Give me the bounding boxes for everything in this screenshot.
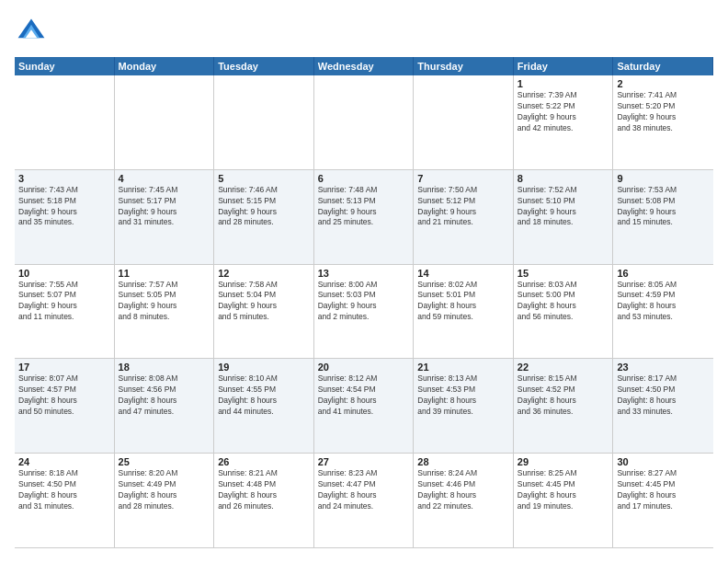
cal-cell: 6Sunrise: 7:48 AM Sunset: 5:13 PM Daylig…	[314, 170, 415, 264]
day-info: Sunrise: 7:57 AM Sunset: 5:05 PM Dayligh…	[119, 280, 210, 324]
day-number: 24	[18, 456, 110, 467]
day-number: 28	[417, 456, 509, 467]
cal-cell: 28Sunrise: 8:24 AM Sunset: 4:46 PM Dayli…	[414, 454, 514, 547]
cal-cell	[314, 75, 415, 169]
cal-cell: 18Sunrise: 8:08 AM Sunset: 4:56 PM Dayli…	[115, 359, 215, 453]
day-number: 16	[617, 268, 710, 279]
cal-cell	[15, 75, 115, 169]
day-info: Sunrise: 8:25 AM Sunset: 4:45 PM Dayligh…	[518, 468, 609, 512]
day-info: Sunrise: 7:39 AM Sunset: 5:22 PM Dayligh…	[518, 90, 609, 134]
day-info: Sunrise: 8:13 AM Sunset: 4:53 PM Dayligh…	[417, 373, 509, 418]
day-number: 19	[218, 362, 310, 373]
cal-cell: 19Sunrise: 8:10 AM Sunset: 4:55 PM Dayli…	[214, 359, 314, 453]
cal-cell: 17Sunrise: 8:07 AM Sunset: 4:57 PM Dayli…	[15, 359, 115, 453]
day-number: 14	[417, 268, 509, 279]
day-number: 7	[417, 173, 509, 184]
day-info: Sunrise: 8:02 AM Sunset: 5:01 PM Dayligh…	[417, 280, 509, 324]
cal-cell	[115, 75, 215, 169]
day-info: Sunrise: 8:18 AM Sunset: 4:50 PM Dayligh…	[18, 468, 110, 512]
cal-cell: 9Sunrise: 7:53 AM Sunset: 5:08 PM Daylig…	[613, 170, 713, 264]
cal-cell: 13Sunrise: 8:00 AM Sunset: 5:03 PM Dayli…	[314, 265, 415, 359]
day-info: Sunrise: 7:46 AM Sunset: 5:15 PM Dayligh…	[218, 185, 310, 229]
day-number: 4	[119, 173, 210, 184]
day-number: 11	[119, 268, 210, 279]
day-number: 3	[18, 173, 110, 184]
day-number: 9	[617, 173, 710, 184]
cal-header-cell-friday: Friday	[514, 57, 614, 75]
day-number: 6	[318, 173, 410, 184]
day-number: 13	[318, 268, 410, 279]
cal-header-cell-tuesday: Tuesday	[214, 57, 314, 75]
day-info: Sunrise: 7:45 AM Sunset: 5:17 PM Dayligh…	[119, 185, 210, 229]
cal-cell: 8Sunrise: 7:52 AM Sunset: 5:10 PM Daylig…	[514, 170, 614, 264]
day-info: Sunrise: 8:07 AM Sunset: 4:57 PM Dayligh…	[18, 373, 110, 418]
day-info: Sunrise: 7:58 AM Sunset: 5:04 PM Dayligh…	[218, 280, 310, 324]
day-info: Sunrise: 8:20 AM Sunset: 4:49 PM Dayligh…	[119, 468, 210, 512]
day-number: 18	[119, 362, 210, 373]
cal-cell: 5Sunrise: 7:46 AM Sunset: 5:15 PM Daylig…	[214, 170, 314, 264]
day-info: Sunrise: 8:12 AM Sunset: 4:54 PM Dayligh…	[318, 373, 410, 418]
day-number: 2	[617, 78, 710, 89]
cal-cell: 29Sunrise: 8:25 AM Sunset: 4:45 PM Dayli…	[514, 454, 614, 547]
day-number: 8	[518, 173, 609, 184]
cal-cell: 21Sunrise: 8:13 AM Sunset: 4:53 PM Dayli…	[414, 359, 514, 453]
cal-header-cell-saturday: Saturday	[613, 57, 713, 75]
cal-cell: 11Sunrise: 7:57 AM Sunset: 5:05 PM Dayli…	[115, 265, 215, 359]
cal-cell: 30Sunrise: 8:27 AM Sunset: 4:45 PM Dayli…	[613, 454, 713, 547]
day-number: 17	[18, 362, 110, 373]
cal-cell: 14Sunrise: 8:02 AM Sunset: 5:01 PM Dayli…	[414, 265, 514, 359]
day-number: 15	[518, 268, 609, 279]
calendar-row-4: 24Sunrise: 8:18 AM Sunset: 4:50 PM Dayli…	[15, 454, 713, 548]
cal-cell: 10Sunrise: 7:55 AM Sunset: 5:07 PM Dayli…	[15, 265, 115, 359]
cal-cell: 26Sunrise: 8:21 AM Sunset: 4:48 PM Dayli…	[214, 454, 314, 547]
cal-cell: 20Sunrise: 8:12 AM Sunset: 4:54 PM Dayli…	[314, 359, 415, 453]
cal-cell: 25Sunrise: 8:20 AM Sunset: 4:49 PM Dayli…	[115, 454, 215, 547]
day-number: 29	[518, 456, 609, 467]
header	[15, 15, 713, 48]
day-number: 30	[617, 456, 710, 467]
cal-cell: 1Sunrise: 7:39 AM Sunset: 5:22 PM Daylig…	[514, 75, 614, 169]
day-info: Sunrise: 8:23 AM Sunset: 4:47 PM Dayligh…	[318, 468, 410, 512]
day-number: 23	[617, 362, 710, 373]
calendar-header: SundayMondayTuesdayWednesdayThursdayFrid…	[15, 57, 713, 75]
cal-cell: 22Sunrise: 8:15 AM Sunset: 4:52 PM Dayli…	[514, 359, 614, 453]
day-info: Sunrise: 7:41 AM Sunset: 5:20 PM Dayligh…	[617, 90, 710, 134]
cal-cell: 7Sunrise: 7:50 AM Sunset: 5:12 PM Daylig…	[414, 170, 514, 264]
day-number: 25	[119, 456, 210, 467]
cal-cell: 12Sunrise: 7:58 AM Sunset: 5:04 PM Dayli…	[214, 265, 314, 359]
day-info: Sunrise: 7:50 AM Sunset: 5:12 PM Dayligh…	[417, 185, 509, 229]
calendar-body: 1Sunrise: 7:39 AM Sunset: 5:22 PM Daylig…	[15, 75, 713, 548]
day-number: 12	[218, 268, 310, 279]
logo-icon	[15, 15, 48, 48]
cal-cell	[414, 75, 514, 169]
cal-cell: 2Sunrise: 7:41 AM Sunset: 5:20 PM Daylig…	[613, 75, 713, 169]
calendar-row-2: 10Sunrise: 7:55 AM Sunset: 5:07 PM Dayli…	[15, 265, 713, 360]
day-info: Sunrise: 8:08 AM Sunset: 4:56 PM Dayligh…	[119, 373, 210, 418]
day-info: Sunrise: 7:48 AM Sunset: 5:13 PM Dayligh…	[318, 185, 410, 229]
cal-cell: 27Sunrise: 8:23 AM Sunset: 4:47 PM Dayli…	[314, 454, 415, 547]
cal-cell: 15Sunrise: 8:03 AM Sunset: 5:00 PM Dayli…	[514, 265, 614, 359]
calendar-row-3: 17Sunrise: 8:07 AM Sunset: 4:57 PM Dayli…	[15, 359, 713, 454]
cal-cell: 4Sunrise: 7:45 AM Sunset: 5:17 PM Daylig…	[115, 170, 215, 264]
day-info: Sunrise: 8:00 AM Sunset: 5:03 PM Dayligh…	[318, 280, 410, 324]
calendar-row-0: 1Sunrise: 7:39 AM Sunset: 5:22 PM Daylig…	[15, 75, 713, 170]
day-info: Sunrise: 8:10 AM Sunset: 4:55 PM Dayligh…	[218, 373, 310, 418]
day-info: Sunrise: 8:27 AM Sunset: 4:45 PM Dayligh…	[617, 468, 710, 512]
cal-header-cell-wednesday: Wednesday	[314, 57, 415, 75]
cal-cell	[214, 75, 314, 169]
day-number: 21	[417, 362, 509, 373]
cal-header-cell-monday: Monday	[115, 57, 215, 75]
day-info: Sunrise: 7:55 AM Sunset: 5:07 PM Dayligh…	[18, 280, 110, 324]
day-info: Sunrise: 8:05 AM Sunset: 4:59 PM Dayligh…	[617, 280, 710, 324]
cal-cell: 24Sunrise: 8:18 AM Sunset: 4:50 PM Dayli…	[15, 454, 115, 547]
cal-header-cell-thursday: Thursday	[414, 57, 514, 75]
day-number: 27	[318, 456, 410, 467]
day-info: Sunrise: 8:24 AM Sunset: 4:46 PM Dayligh…	[417, 468, 509, 512]
logo	[15, 15, 51, 48]
calendar-row-1: 3Sunrise: 7:43 AM Sunset: 5:18 PM Daylig…	[15, 170, 713, 265]
day-number: 5	[218, 173, 310, 184]
day-info: Sunrise: 7:53 AM Sunset: 5:08 PM Dayligh…	[617, 185, 710, 229]
cal-cell: 3Sunrise: 7:43 AM Sunset: 5:18 PM Daylig…	[15, 170, 115, 264]
day-info: Sunrise: 8:03 AM Sunset: 5:00 PM Dayligh…	[518, 280, 609, 324]
cal-header-cell-sunday: Sunday	[15, 57, 115, 75]
